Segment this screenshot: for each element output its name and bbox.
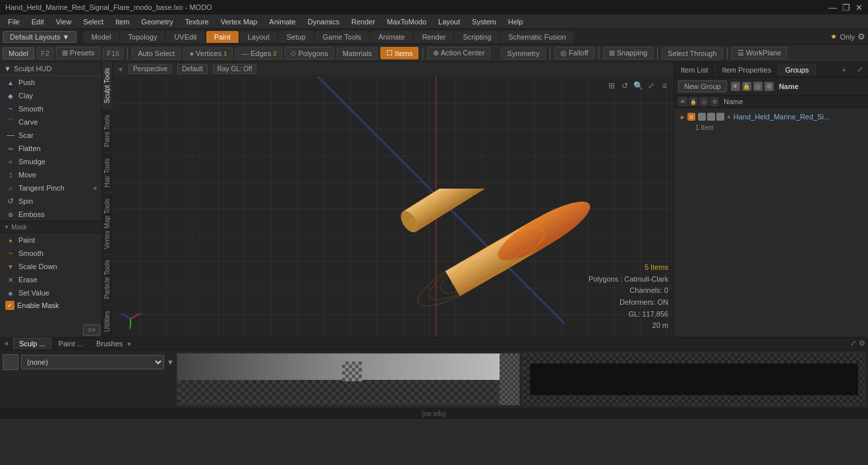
vtab-vertex-map-tools[interactable]: Vertex Map Tools	[102, 193, 112, 255]
items-btn[interactable]: ☐ Items	[380, 47, 419, 59]
tool-smudge[interactable]: Smudge	[0, 155, 101, 168]
star-icon[interactable]: ★	[830, 32, 837, 41]
eye-icon[interactable]: 👁	[731, 82, 740, 91]
tool-move[interactable]: Move	[0, 168, 101, 181]
tool-tangent-pinch[interactable]: Tangent Pinch ◄	[0, 181, 101, 195]
enable-mask-checkbox[interactable]: ✓	[5, 301, 14, 310]
tab-topology[interactable]: Topology	[120, 31, 165, 43]
bottom-nav-back-icon[interactable]: ◄	[3, 340, 9, 347]
group-render-check[interactable]	[716, 113, 724, 121]
tool-scar[interactable]: Scar	[0, 129, 101, 142]
menu-vertex-map[interactable]: Vertex Map	[216, 16, 263, 27]
tool-emboss[interactable]: Emboss	[0, 208, 101, 221]
falloff-btn[interactable]: ◎ Falloff	[554, 47, 594, 59]
tool-flatten[interactable]: Flatten	[0, 142, 101, 155]
viewport-menu-icon[interactable]: ≡	[659, 80, 670, 91]
minimize-button[interactable]: —	[828, 3, 837, 13]
brush-dropdown-arrow[interactable]: ▼	[167, 358, 174, 366]
menu-animate[interactable]: Animate	[264, 16, 301, 27]
maximize-button[interactable]: ❐	[842, 3, 850, 13]
menu-dynamics[interactable]: Dynamics	[303, 16, 345, 27]
tab-paint[interactable]: Paint	[206, 31, 239, 43]
menu-view[interactable]: View	[51, 16, 77, 27]
vertices-btn[interactable]: ● Vertices 1	[183, 47, 233, 59]
group-lock-check[interactable]	[707, 113, 715, 121]
settings-icon[interactable]: ⚙	[857, 32, 865, 42]
vtab-hair-tools[interactable]: Hair Tools	[102, 152, 112, 193]
texture-slot-main[interactable]	[177, 353, 520, 406]
btab-brushes[interactable]: Brushes ▼	[90, 338, 138, 350]
expand-icon[interactable]: ⤢	[850, 339, 856, 348]
group-expand-icon[interactable]: ►	[680, 113, 686, 121]
menu-select[interactable]: Select	[78, 16, 109, 27]
close-button[interactable]: ✕	[855, 3, 863, 13]
vtab-sculpt-tools[interactable]: Sculpt Tools	[102, 62, 112, 109]
select-through-btn[interactable]: Select Through	[662, 47, 722, 59]
menu-edit[interactable]: Edit	[26, 16, 49, 27]
vtab-utilities[interactable]: Utilities	[102, 305, 112, 337]
f2-btn[interactable]: F2	[37, 47, 53, 59]
shading-selector[interactable]: Default	[177, 64, 208, 74]
brush-dropdown[interactable]: (none)	[21, 355, 164, 369]
menu-item[interactable]: Item	[110, 16, 134, 27]
view-type-selector[interactable]: Perspective	[129, 64, 172, 74]
render-icon[interactable]: ◎	[753, 82, 763, 91]
tool-push[interactable]: Push	[0, 76, 101, 89]
tab-scripting[interactable]: Scripting	[455, 31, 499, 43]
work-plane-btn[interactable]: ☰ WorkPlane	[732, 47, 788, 59]
tab-item-list[interactable]: Item List	[674, 64, 716, 76]
tab-model[interactable]: Model	[83, 31, 119, 43]
tool-enable-mask[interactable]: ✓ Enable Mask	[0, 299, 101, 311]
texture-slot-secondary[interactable]	[523, 353, 866, 406]
group-item-main[interactable]: ► G + Hand_Held_Marine_Red_Si...	[677, 111, 865, 123]
vtab-particle-tools[interactable]: Particle Tools	[102, 254, 112, 304]
menu-help[interactable]: Help	[503, 16, 529, 27]
tool-mask-paint[interactable]: Paint	[0, 233, 101, 247]
action-center-btn[interactable]: ⊕ Action Center	[427, 47, 490, 59]
viewport-grid-icon[interactable]: ⊞	[606, 80, 617, 91]
f16-btn[interactable]: F16	[103, 47, 123, 59]
menu-system[interactable]: System	[467, 16, 502, 27]
tab-schematic[interactable]: Schematic Fusion	[500, 31, 573, 43]
menu-render[interactable]: Render	[346, 16, 380, 27]
btab-sculpt[interactable]: Sculp ...	[13, 338, 51, 350]
tool-mask-smooth[interactable]: Smooth	[0, 247, 101, 260]
model-mode-btn[interactable]: Model	[3, 47, 34, 59]
group-visibility-check[interactable]	[698, 113, 706, 121]
tool-set-value[interactable]: Set Value	[0, 286, 101, 299]
ray-gl-toggle[interactable]: Ray GL: Off	[213, 64, 257, 74]
group-add-icon[interactable]: +	[727, 113, 731, 121]
menu-texture[interactable]: Texture	[180, 16, 214, 27]
tab-uvedit[interactable]: UVEdit	[166, 31, 204, 43]
tab-animate[interactable]: Animate	[370, 31, 413, 43]
snapping-btn[interactable]: ⊞ Snapping	[603, 47, 654, 59]
tab-render[interactable]: Render	[414, 31, 453, 43]
tool-erase[interactable]: Erase	[0, 273, 101, 286]
symmetry-btn[interactable]: Symmetry	[501, 47, 546, 59]
viewport-expand-icon[interactable]: ⤢	[646, 80, 656, 91]
expand-panel-btn[interactable]: ⤢	[852, 63, 868, 76]
add-tab-btn[interactable]: +	[837, 64, 852, 76]
lock-icon[interactable]: 🔒	[742, 82, 751, 91]
menu-file[interactable]: File	[3, 16, 25, 27]
presets-btn[interactable]: ⊞ Presets	[56, 47, 100, 59]
tool-smooth[interactable]: Smooth	[0, 102, 101, 115]
brushes-dropdown-icon[interactable]: ▼	[126, 341, 132, 348]
brush-color-swatch[interactable]	[3, 354, 18, 370]
settings-small-icon[interactable]: ⚙	[765, 82, 774, 91]
tool-spin[interactable]: Spin	[0, 195, 101, 208]
btab-paint[interactable]: Paint ...	[53, 338, 89, 350]
viewport-rotate-icon[interactable]: ↺	[620, 80, 630, 91]
tab-groups[interactable]: Groups	[778, 64, 816, 76]
menu-layout[interactable]: Layout	[433, 16, 465, 27]
tab-layout[interactable]: Layout	[240, 31, 277, 43]
new-group-btn[interactable]: New Group	[678, 80, 727, 92]
tab-item-properties[interactable]: Item Properties	[716, 64, 779, 76]
viewport-search-icon[interactable]: 🔍	[633, 80, 643, 91]
tool-carve[interactable]: Carve	[0, 115, 101, 129]
default-layouts-dropdown[interactable]: Default Layouts ▼	[3, 31, 76, 43]
vtab-paint-tools[interactable]: Paint Tools	[102, 109, 112, 152]
materials-btn[interactable]: Materials	[337, 47, 378, 59]
menu-geometry[interactable]: Geometry	[136, 16, 178, 27]
tab-game-tools[interactable]: Game Tools	[315, 31, 370, 43]
